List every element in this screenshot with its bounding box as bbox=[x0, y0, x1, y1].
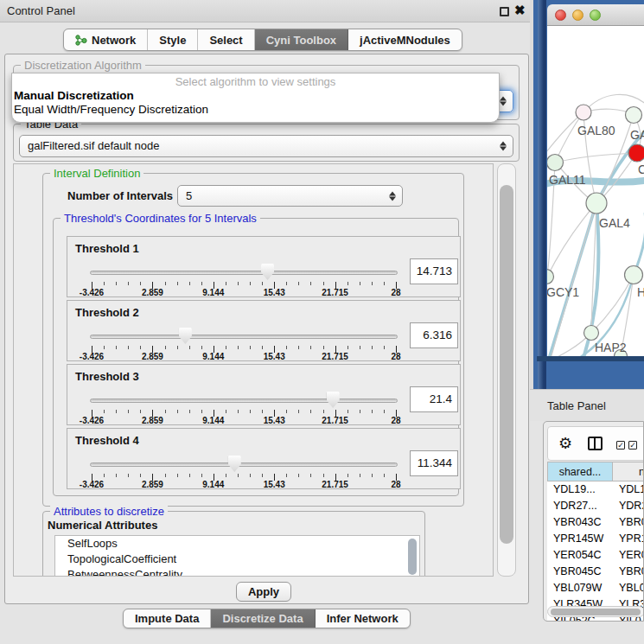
table-panel-title: Table Panel bbox=[547, 399, 606, 412]
tick-label: 2.859 bbox=[142, 416, 163, 425]
threshold-value-field[interactable]: 14.713 bbox=[410, 258, 458, 284]
table-cell: YPR145W bbox=[547, 531, 613, 547]
cyni-toolbox-panel: Discretization Algorithm Table Data galF… bbox=[4, 54, 529, 604]
network-node-node-top-right[interactable] bbox=[626, 107, 642, 124]
column-header-1[interactable]: shared... bbox=[547, 462, 613, 481]
network-node-node-h[interactable] bbox=[625, 266, 643, 284]
network-node-GAL80[interactable] bbox=[576, 105, 591, 120]
zoom-traffic-light-icon[interactable] bbox=[590, 10, 601, 21]
node-label: C bbox=[638, 163, 644, 176]
tab-network[interactable]: Network bbox=[64, 29, 148, 50]
table-row[interactable]: YDL19...YDL1 bbox=[547, 481, 644, 498]
node-label: H bbox=[637, 285, 644, 299]
slider-track[interactable] bbox=[90, 335, 398, 339]
threshold-value-field[interactable]: 6.316 bbox=[410, 322, 458, 348]
table-panel: ⚙ ✓ ✓ shared...na YDL19...YDL1YDR27...YD… bbox=[543, 421, 644, 622]
tick-label: -3.426 bbox=[80, 288, 104, 297]
close-traffic-light-icon[interactable] bbox=[555, 10, 566, 21]
threshold-value-field[interactable]: 21.4 bbox=[410, 386, 458, 412]
tab-label: Select bbox=[209, 34, 242, 47]
number-of-intervals-label: Number of Intervals bbox=[67, 189, 173, 202]
node-label: GAL80 bbox=[577, 124, 615, 137]
tab-style[interactable]: Style bbox=[148, 29, 198, 50]
tab-infer-network[interactable]: Infer Network bbox=[316, 609, 410, 628]
list-item[interactable]: SelfLoops bbox=[55, 536, 419, 552]
table-cell: YPR1 bbox=[613, 531, 644, 547]
network-node-HAP2[interactable] bbox=[584, 326, 599, 341]
slider-handle[interactable] bbox=[327, 392, 340, 408]
tab-select[interactable]: Select bbox=[198, 29, 254, 50]
tick-label: 28 bbox=[391, 288, 400, 297]
close-icon[interactable]: ✖ bbox=[514, 3, 526, 18]
tick-label: 21.715 bbox=[322, 352, 348, 361]
attributes-group: Attributes to discretize Numerical Attri… bbox=[42, 511, 425, 577]
tab-impute-data[interactable]: Impute Data bbox=[124, 609, 211, 628]
table-row[interactable]: YPR145WYPR1 bbox=[547, 531, 644, 547]
table-cell: YDR27... bbox=[547, 498, 613, 514]
tab-jactivemnodules[interactable]: jActiveMNodules bbox=[348, 29, 462, 50]
table-cell: YBR0 bbox=[613, 514, 644, 531]
network-node-GCY1[interactable] bbox=[547, 270, 554, 284]
threshold-label: Threshold 2 bbox=[75, 306, 139, 319]
table-row[interactable]: YBL079WYBL0 bbox=[547, 580, 644, 596]
tick-label: 2.859 bbox=[142, 480, 163, 489]
tab-cyni-toolbox[interactable]: Cyni Toolbox bbox=[255, 29, 348, 50]
list-item[interactable]: BetweennessCentrality bbox=[55, 567, 419, 577]
slider-handle[interactable] bbox=[261, 264, 274, 280]
minimize-traffic-light-icon[interactable] bbox=[572, 10, 583, 21]
popup-item[interactable]: Equal Width/Frequency Discretization bbox=[12, 103, 499, 117]
table-panel-header: Table Panel bbox=[530, 389, 644, 421]
group-title: Discretization Algorithm bbox=[21, 59, 145, 72]
slider-handle[interactable] bbox=[179, 328, 192, 344]
tick-label: 15.43 bbox=[264, 480, 285, 489]
popup-item[interactable]: Manual Discretization bbox=[12, 89, 499, 103]
tick-label: 9.144 bbox=[202, 352, 224, 361]
table-row[interactable]: YBR045CYBR0 bbox=[547, 564, 644, 580]
combo-stepper-icon bbox=[500, 142, 507, 151]
network-edge bbox=[547, 203, 596, 277]
numerical-attributes-list[interactable]: SelfLoopsTopologicalCoefficientBetweenne… bbox=[54, 535, 420, 577]
network-node-GAL11[interactable] bbox=[547, 155, 564, 171]
network-node-red-node[interactable] bbox=[628, 144, 644, 162]
network-canvas[interactable]: GAL80GACGAL11GAL4GCY1HHAP2 bbox=[547, 26, 644, 356]
slider-track[interactable] bbox=[90, 462, 398, 467]
select-all-checkbox-icon[interactable]: ✓ bbox=[616, 441, 625, 450]
select-none-checkbox-icon[interactable]: ✓ bbox=[628, 441, 637, 450]
network-node-GAL4[interactable] bbox=[586, 193, 607, 214]
table-row[interactable]: YBR043CYBR0 bbox=[547, 514, 644, 531]
network-window-titlebar[interactable] bbox=[547, 4, 644, 26]
table-cell: YBL0 bbox=[613, 580, 644, 596]
float-window-icon[interactable] bbox=[500, 7, 509, 16]
tick-label: 15.43 bbox=[264, 416, 285, 425]
slider-handle[interactable] bbox=[228, 456, 241, 472]
threshold-panel: Threshold 3-3.4262.8599.14415.4321.71528… bbox=[67, 364, 461, 425]
threshold-value-field[interactable]: 11.344 bbox=[410, 450, 458, 476]
settings-scroll-area: Interval Definition Number of Intervals … bbox=[13, 163, 494, 577]
table-row[interactable]: YDR27...YDR2 bbox=[547, 498, 644, 514]
gear-icon[interactable]: ⚙ bbox=[558, 434, 572, 453]
tick-label: 28 bbox=[391, 352, 400, 361]
combo-stepper-icon bbox=[389, 191, 396, 201]
tick-label: 21.715 bbox=[322, 288, 348, 297]
table-horizontal-scrollbar[interactable] bbox=[547, 606, 644, 617]
threshold-panel: Threshold 1-3.4262.8599.14415.4321.71528… bbox=[67, 236, 461, 297]
number-of-intervals-combobox[interactable]: 5 bbox=[177, 185, 403, 207]
slider-track[interactable] bbox=[90, 399, 398, 403]
tick-label: 15.43 bbox=[264, 352, 285, 361]
tick-label: 2.859 bbox=[142, 352, 163, 361]
list-item[interactable]: TopologicalCoefficient bbox=[55, 552, 419, 567]
table-data-combobox[interactable]: galFiltered.sif default node bbox=[19, 135, 513, 157]
slider-track[interactable] bbox=[90, 271, 398, 275]
panel-vertical-scrollbar[interactable] bbox=[497, 163, 516, 577]
apply-button[interactable]: Apply bbox=[236, 582, 291, 602]
column-header-2[interactable]: na bbox=[613, 462, 644, 481]
list-scrollbar[interactable] bbox=[408, 539, 417, 575]
threshold-panel: Threshold 4-3.4262.8599.14415.4321.71528… bbox=[67, 428, 461, 489]
table-row[interactable]: YER054CYER0 bbox=[547, 547, 644, 564]
threshold-label: Threshold 3 bbox=[75, 370, 139, 383]
tab-discretize-data[interactable]: Discretize Data bbox=[211, 609, 315, 628]
canvas-shadow bbox=[537, 356, 644, 361]
columns-icon[interactable] bbox=[588, 437, 603, 450]
table-cell: YDL19... bbox=[547, 481, 613, 498]
tab-label: Network bbox=[92, 34, 136, 47]
